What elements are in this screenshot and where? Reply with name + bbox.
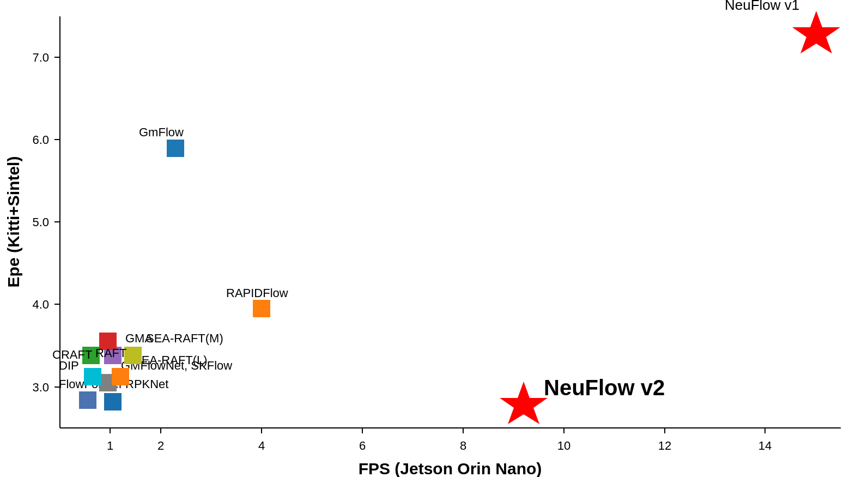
rpknet-label: RPKNet	[125, 377, 168, 391]
chart-container: // We'll draw the chart programmatically…	[0, 0, 868, 477]
rapidflow-point	[253, 300, 270, 317]
x-tick-2: 2	[157, 439, 164, 452]
neuflow-v1-label: NeuFlow v1	[725, 0, 799, 13]
x-tick-6: 6	[359, 439, 366, 452]
sea-raft-m-point	[124, 347, 142, 364]
gmflow-point	[167, 140, 184, 157]
y-tick-7: 7.0	[32, 51, 49, 64]
y-tick-4: 4.0	[32, 298, 49, 311]
x-tick-10: 10	[557, 439, 570, 452]
raft-label: RAFT	[95, 346, 126, 360]
sea-raft-l-label: SEA-RAFT(L)	[133, 353, 208, 367]
x-tick-12: 12	[658, 439, 671, 452]
y-tick-6: 6.0	[32, 133, 49, 147]
chart-svg: // We'll draw the chart programmatically…	[0, 0, 868, 477]
x-tick-4: 4	[258, 439, 265, 452]
x-tick-14: 14	[758, 439, 772, 452]
sea-raft-m-label: SEA-RAFT(M)	[146, 331, 223, 345]
flowformer-point	[79, 391, 96, 409]
y-tick-3: 3.0	[32, 381, 49, 394]
rapidflow-label: RAPIDFlow	[226, 286, 288, 300]
sea-raft-l-point	[112, 368, 129, 385]
gmflow-label: GmFlow	[139, 125, 184, 139]
y-tick-5: 5.0	[32, 215, 49, 229]
x-tick-1: 1	[107, 439, 113, 452]
x-tick-8: 8	[460, 439, 466, 452]
rpknet-point	[104, 393, 122, 410]
neuflow-v2-label: NeuFlow v2	[544, 376, 665, 400]
dip-point	[84, 368, 101, 385]
y-axis-label: Epe (Kitti+Sintel)	[4, 156, 22, 288]
svg-rect-0	[0, 0, 868, 477]
x-axis-label: FPS (Jetson Orin Nano)	[359, 460, 542, 477]
craft-label: CRAFT	[52, 348, 92, 361]
